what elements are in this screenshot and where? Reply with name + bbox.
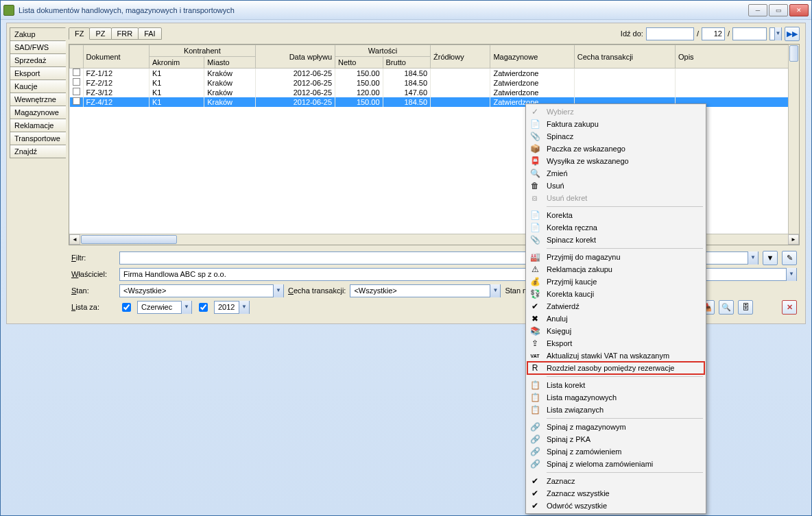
menu-item[interactable]: 📄Korekta ręczna: [527, 221, 704, 234]
col-wartosci[interactable]: Wartości: [335, 45, 431, 57]
menu-item: ⦻Usuń dekret: [527, 192, 704, 204]
tool-btn-3[interactable]: 🗄: [738, 300, 753, 315]
menu-item[interactable]: ✖Anuluj: [527, 312, 704, 325]
col-magazynowe[interactable]: Magazynowe: [490, 45, 574, 69]
menu-icon: 🔍: [529, 168, 541, 179]
sidetab-zakup[interactable]: Zakup: [10, 27, 66, 41]
close-button[interactable]: ✕: [789, 4, 809, 16]
menu-item[interactable]: ⇪Eksport: [527, 337, 704, 349]
goto-first-input[interactable]: [646, 27, 694, 40]
context-menu[interactable]: ✓Wybierz📄Faktura zakupu📎Spinacz📦Paczka z…: [525, 103, 706, 514]
col-opis[interactable]: Opis: [676, 45, 799, 69]
minimize-button[interactable]: ─: [748, 4, 767, 16]
table-row[interactable]: FZ-3/12K1Kraków 2012-06-25120.00147.60 Z…: [70, 88, 799, 97]
menu-item[interactable]: 📚Księguj: [527, 325, 704, 337]
menu-label: Lista magazynowych: [547, 393, 617, 402]
menu-item[interactable]: 📄Faktura zakupu: [527, 118, 704, 130]
subtab-pz[interactable]: PZ: [89, 27, 111, 40]
menu-item[interactable]: 📄Korekta: [527, 209, 704, 221]
menu-item[interactable]: 🔗Spinaj z PKA: [527, 433, 704, 445]
menu-label: Faktura zakupu: [547, 120, 599, 128]
sidetab-wewnętrzne[interactable]: Wewnętrzne: [10, 93, 66, 106]
col-brutto[interactable]: Brutto: [383, 57, 431, 69]
menu-label: Eksport: [547, 339, 572, 347]
menu-item[interactable]: RRozdziel zasoby pomiędzy rezerwacje: [527, 362, 704, 374]
menu-label: Spinaj z zamówieniem: [547, 447, 621, 456]
menu-item: ✓Wybierz: [527, 106, 704, 118]
menu-item[interactable]: 📎Spinacz korekt: [527, 234, 704, 246]
filter-apply-button[interactable]: ▼: [763, 251, 778, 265]
window-title: Lista dokumentów handlowych, magazynowyc…: [19, 6, 748, 14]
table-row[interactable]: FZ-1/12K1Kraków 2012-06-25150.00184.50 Z…: [70, 69, 799, 78]
subtab-frr[interactable]: FRR: [111, 27, 139, 40]
menu-item[interactable]: 📋Lista korekt: [527, 379, 704, 391]
menu-icon: 📋: [529, 404, 541, 415]
menu-item[interactable]: 🔗Spinaj z wieloma zamówieniami: [527, 458, 704, 470]
titlebar[interactable]: Lista dokumentów handlowych, magazynowyc…: [1, 1, 811, 20]
menu-item[interactable]: 💱Korekta kaucji: [527, 288, 704, 300]
close-panel-button[interactable]: ✕: [782, 300, 797, 315]
menu-item[interactable]: 📮Wysyłka ze wskazanego: [527, 155, 704, 167]
menu-item[interactable]: 🔍Zmień: [527, 167, 704, 180]
col-cecha[interactable]: Cecha transakcji: [574, 45, 675, 69]
restore-button[interactable]: ▭: [769, 4, 788, 16]
menu-item[interactable]: ✔Zaznacz: [527, 475, 704, 487]
subtab-fz[interactable]: FZ: [69, 27, 90, 40]
menu-item[interactable]: 📦Paczka ze wskazanego: [527, 143, 704, 155]
goto-third-input[interactable]: [732, 27, 767, 40]
subtab-fai[interactable]: FAI: [138, 27, 162, 40]
menu-icon: 📚: [529, 325, 541, 336]
listaza-year-check[interactable]: [199, 303, 208, 312]
menu-item[interactable]: ✔Zatwierdź: [527, 300, 704, 312]
sidetab-eksport[interactable]: Eksport: [10, 66, 66, 80]
menu-label: Zatwierdź: [547, 302, 580, 310]
goto-second-input[interactable]: [702, 27, 725, 40]
state-label: Stan:: [71, 286, 115, 295]
sidetab-kaucje[interactable]: Kaucje: [10, 79, 66, 93]
menu-item[interactable]: ⚠Reklamacja zakupu: [527, 263, 704, 275]
listaza-month-combo[interactable]: Czerwiec▼: [137, 301, 192, 314]
sidetab-znajdź[interactable]: Znajdź: [10, 145, 66, 158]
menu-item[interactable]: ✔Zaznacz wszystkie: [527, 487, 704, 500]
menu-item[interactable]: VATAktualizuj stawki VAT na wskazanym: [527, 349, 704, 362]
goto-combo[interactable]: ▼: [769, 27, 782, 40]
menu-item[interactable]: 🔗Spinaj z zamówieniem: [527, 445, 704, 458]
menu-item[interactable]: 🏭Przyjmij do magazynu: [527, 251, 704, 263]
listaza-year-combo[interactable]: 2012▼: [214, 301, 250, 314]
app-window: Lista dokumentów handlowych, magazynowyc…: [0, 0, 812, 516]
menu-label: Wybierz: [547, 108, 574, 116]
col-zrodlowy[interactable]: Źródłowy: [431, 45, 490, 69]
menu-icon: 📄: [529, 119, 541, 130]
table-row[interactable]: FZ-2/12K1Kraków 2012-06-25150.00184.50 Z…: [70, 78, 799, 88]
col-kontrahent[interactable]: Kontrahent: [149, 45, 255, 57]
sidetab-magazynowe[interactable]: Magazynowe: [10, 106, 66, 119]
menu-item[interactable]: 📎Spinacz: [527, 130, 704, 143]
menu-item[interactable]: 💰Przyjmij kaucje: [527, 275, 704, 288]
tool-btn-2[interactable]: 🔍: [719, 300, 734, 315]
goto-go-button[interactable]: ▶▶: [785, 27, 800, 41]
filter-edit-button[interactable]: ✎: [782, 251, 797, 265]
col-akronim[interactable]: Akronim: [149, 57, 204, 69]
menu-icon: 📎: [529, 234, 541, 245]
menu-item[interactable]: ✔Odwróć wszystkie: [527, 500, 704, 512]
menu-label: Zaznacz wszystkie: [547, 489, 610, 497]
menu-label: Korekta: [547, 211, 573, 219]
menu-icon: 📎: [529, 131, 541, 142]
menu-item[interactable]: 🗑Usuń: [527, 180, 704, 192]
sidetab-transportowe[interactable]: Transportowe: [10, 132, 66, 145]
sidetab-sad/fws[interactable]: SAD/FWS: [10, 40, 66, 54]
sidetab-sprzedaż[interactable]: Sprzedaż: [10, 53, 66, 67]
col-data[interactable]: Data wpływu: [255, 45, 335, 69]
col-dokument[interactable]: Dokument: [83, 45, 149, 69]
listaza-month-check[interactable]: [122, 303, 131, 312]
col-netto[interactable]: Netto: [335, 57, 383, 69]
sidetab-reklamacje[interactable]: Reklamacje: [10, 119, 66, 132]
cecha-combo[interactable]: <Wszystkie>▼: [350, 284, 501, 297]
state-combo[interactable]: <Wszystkie>▼: [119, 284, 284, 297]
menu-item[interactable]: 📋Lista magazynowych: [527, 391, 704, 404]
vertical-scrollbar[interactable]: [788, 45, 799, 234]
menu-item[interactable]: 🔗Spinaj z magazynowym: [527, 421, 704, 433]
col-miasto[interactable]: Miasto: [204, 57, 255, 69]
menu-label: Korekta kaucji: [547, 290, 594, 298]
menu-item[interactable]: 📋Lista związanych: [527, 404, 704, 416]
